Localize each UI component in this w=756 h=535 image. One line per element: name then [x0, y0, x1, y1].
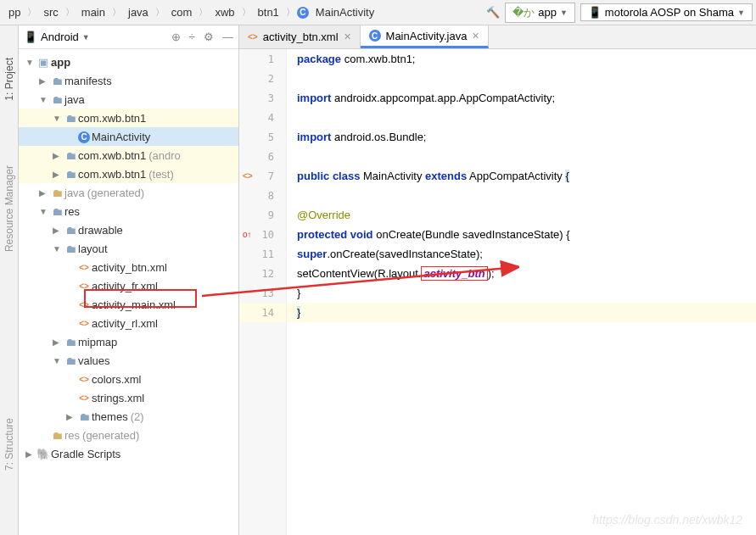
gear-icon[interactable]: ⚙: [204, 31, 214, 43]
tree-package-test[interactable]: ▶🖿com.xwb.btn1(test): [19, 164, 238, 183]
crumb[interactable]: main: [76, 4, 110, 20]
tree-folder-mipmap[interactable]: ▶🖿mipmap: [19, 332, 238, 351]
tree-file-activity-btn[interactable]: <>activity_btn.xml: [19, 258, 238, 276]
android-icon: �か: [512, 5, 535, 20]
close-icon[interactable]: ✕: [344, 31, 351, 42]
chevron-right-icon: 〉: [242, 6, 251, 19]
left-tool-strip: 1: Project Resource Manager 7: Structure: [0, 25, 19, 535]
close-icon[interactable]: ✕: [472, 31, 479, 42]
divide-icon[interactable]: ÷: [189, 31, 195, 43]
tree-folder-drawable[interactable]: ▶🖿drawable: [19, 220, 238, 239]
chevron-right-icon: 〉: [286, 6, 295, 19]
tree-file-activity-rl[interactable]: <>activity_rl.xml: [19, 314, 238, 332]
tree-class-mainactivity[interactable]: CMainActivity: [19, 127, 238, 146]
dropdown-arrow-icon: ▼: [82, 33, 90, 42]
tree-folder-java-generated[interactable]: ▶🖿java(generated): [19, 183, 238, 202]
crumb[interactable]: pp: [3, 4, 25, 20]
tab-project[interactable]: 1: Project: [2, 51, 17, 108]
tree-gradle-scripts[interactable]: ▶🐘Gradle Scripts: [19, 444, 238, 463]
code-area[interactable]: package com.xwb.btn1; import androidx.ap…: [287, 49, 756, 535]
chevron-right-icon: 〉: [199, 6, 208, 19]
crumb[interactable]: xwb: [210, 4, 239, 20]
chevron-right-icon: 〉: [65, 6, 75, 19]
class-icon: C: [369, 30, 381, 42]
collapse-icon[interactable]: —: [222, 31, 233, 43]
panel-title-label: Android: [41, 31, 79, 43]
project-panel: 📱 Android ▼ ⊕ ÷ ⚙ — ▼▣app ▶🖿manifests ▼🖿…: [19, 25, 239, 535]
view-selector[interactable]: 📱 Android ▼: [24, 31, 90, 43]
project-tree[interactable]: ▼▣app ▶🖿manifests ▼🖿java ▼🖿com.xwb.btn1 …: [19, 49, 238, 535]
dropdown-arrow-icon: ▼: [560, 8, 568, 17]
tab-activity-btn-xml[interactable]: <> activity_btn.xml ✕: [239, 25, 361, 48]
tree-folder-res-generated[interactable]: 🖿res(generated): [19, 426, 238, 444]
tree-package-androidtest[interactable]: ▶🖿com.xwb.btn1(andro: [19, 146, 238, 164]
crumb[interactable]: btn1: [253, 4, 284, 20]
hammer-icon[interactable]: 🔨: [486, 6, 500, 19]
target-icon[interactable]: ⊕: [171, 31, 181, 43]
tree-folder-java[interactable]: ▼🖿java: [19, 90, 238, 109]
chevron-right-icon: 〉: [27, 6, 36, 19]
tree-folder-manifests[interactable]: ▶🖿manifests: [19, 71, 238, 90]
tree-folder-layout[interactable]: ▼🖿layout: [19, 239, 238, 258]
tab-mainactivity-java[interactable]: C MainActivity.java ✕: [361, 25, 490, 48]
tree-file-strings[interactable]: <>strings.xml: [19, 388, 238, 407]
dropdown-arrow-icon: ▼: [737, 8, 745, 17]
tree-folder-res[interactable]: ▼🖿res: [19, 202, 238, 220]
tree-folder-values[interactable]: ▼🖿values: [19, 351, 238, 370]
android-icon: 📱: [24, 31, 37, 43]
tree-file-activity-main[interactable]: <>activity_main.xml: [19, 295, 238, 314]
panel-header: 📱 Android ▼ ⊕ ÷ ⚙ —: [19, 25, 238, 49]
run-config-label: app: [538, 6, 557, 19]
chevron-right-icon: 〉: [112, 6, 121, 19]
class-icon: C: [297, 7, 309, 19]
gutter: 1 2 3 4 5 6 <>7 8 9 o↑10 11 12 13 14: [239, 49, 287, 535]
crumb[interactable]: com: [166, 4, 198, 20]
tab-structure[interactable]: 7: Structure: [2, 411, 17, 477]
editor-tab-bar: <> activity_btn.xml ✕ C MainActivity.jav…: [239, 25, 756, 49]
top-toolbar: pp〉 src〉 main〉 java〉 com〉 xwb〉 btn1〉 C M…: [0, 0, 756, 25]
run-config-dropdown[interactable]: �か app ▼: [505, 3, 575, 23]
device-label: motorola AOSP on Shama: [605, 6, 734, 19]
tab-label: MainActivity.java: [386, 30, 468, 42]
override-icon[interactable]: o↑: [243, 230, 252, 239]
chevron-right-icon: 〉: [155, 6, 165, 19]
tree-module-app[interactable]: ▼▣app: [19, 53, 238, 71]
tree-file-colors[interactable]: <>colors.xml: [19, 370, 238, 388]
editor-body[interactable]: 1 2 3 4 5 6 <>7 8 9 o↑10 11 12 13 14 pac…: [239, 49, 756, 535]
watermark: https://blog.csdn.net/xwbk12: [592, 513, 742, 527]
tree-package[interactable]: ▼🖿com.xwb.btn1: [19, 109, 238, 127]
layout-reference[interactable]: activity_btn: [421, 266, 487, 281]
tab-resource-manager[interactable]: Resource Manager: [2, 159, 17, 259]
xml-icon: <>: [248, 32, 258, 42]
gutter-icon[interactable]: <>: [243, 171, 253, 181]
crumb[interactable]: src: [38, 4, 63, 20]
editor-panel: <> activity_btn.xml ✕ C MainActivity.jav…: [239, 25, 756, 535]
tab-label: activity_btn.xml: [263, 31, 339, 43]
tree-file-activity-fr[interactable]: <>activity_fr.xml: [19, 276, 238, 295]
tree-folder-themes[interactable]: ▶🖿themes(2): [19, 407, 238, 426]
breadcrumbs: pp〉 src〉 main〉 java〉 com〉 xwb〉 btn1〉 C M…: [3, 4, 379, 20]
crumb[interactable]: java: [123, 4, 154, 20]
device-icon: 📱: [588, 6, 602, 19]
crumb[interactable]: MainActivity: [311, 4, 379, 20]
device-dropdown[interactable]: 📱 motorola AOSP on Shama ▼: [580, 3, 753, 21]
